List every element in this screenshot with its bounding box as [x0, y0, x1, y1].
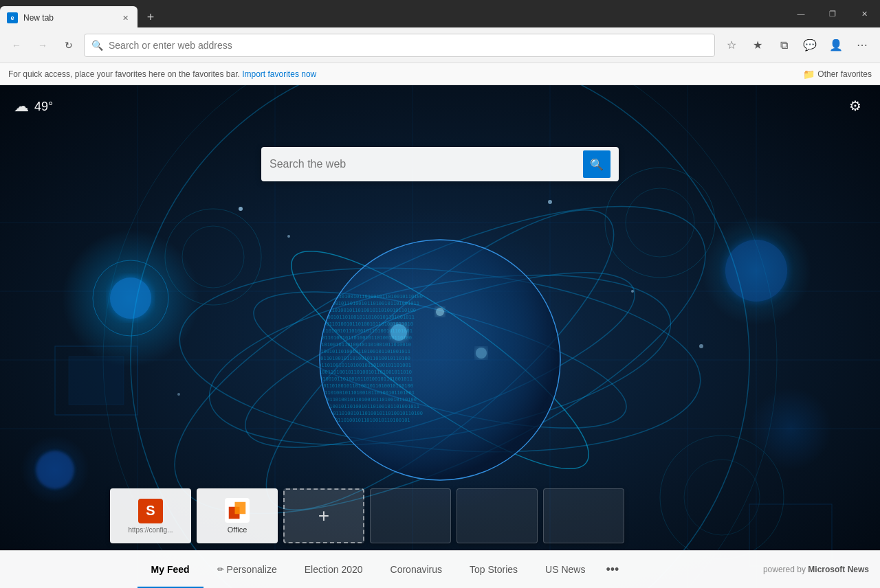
- forward-button[interactable]: →: [32, 34, 54, 56]
- svg-text:01101001011010010110100101: 01101001011010010110100101: [335, 418, 410, 423]
- svg-text:100110100101101001011010010110: 10011010010110100101101001011010: [319, 370, 412, 375]
- tab-top-stories-label: Top Stories: [470, 564, 518, 575]
- tab-more-button[interactable]: •••: [599, 557, 626, 583]
- svg-point-18: [749, 387, 832, 470]
- tab-personalize-label: Personalize: [227, 564, 277, 575]
- temperature: 49°: [34, 100, 53, 114]
- tab-my-feed[interactable]: My Feed: [138, 551, 204, 589]
- svg-point-59: [436, 308, 444, 316]
- new-tab-content: 10110100101101001011010010110100 0100101…: [0, 85, 880, 588]
- favorites-bar: For quick access, place your favorites h…: [0, 63, 880, 85]
- svg-point-57: [390, 324, 407, 341]
- svg-text:010010110100101101001011010010: 01001011010010110100101101001011: [320, 376, 412, 382]
- active-tab[interactable]: e New tab ✕: [0, 6, 138, 30]
- svg-text:010010110100101101001011010010: 01001011010010110100101101001011: [327, 301, 419, 306]
- svg-text:101101001011010010110100101101: 10110100101101001011010010110100: [324, 397, 417, 403]
- svg-rect-61: [69, 357, 124, 405]
- svg-text:101101001011010010110100101101: 10110100101101001011010010110100: [320, 383, 413, 389]
- title-bar: e New tab ✕ + — ❐ ✕: [0, 0, 880, 27]
- tab-strip: e New tab ✕ +: [0, 0, 785, 27]
- weather-icon: ☁: [14, 98, 29, 115]
- split-button[interactable]: ⧉: [771, 33, 796, 58]
- quick-link-empty-2: [456, 488, 538, 543]
- menu-button[interactable]: ⋯: [850, 33, 874, 58]
- search-button[interactable]: 🔍: [583, 150, 610, 178]
- other-favorites-label: Other favorites: [817, 69, 872, 79]
- tab-us-news-label: US News: [545, 564, 585, 575]
- ms-news-attribution: powered by Microsoft News: [763, 565, 880, 574]
- back-button[interactable]: ←: [6, 34, 28, 56]
- search-box: 🔍: [261, 147, 619, 181]
- import-favorites-link[interactable]: Import favorites now: [242, 69, 316, 79]
- svg-text:011010010110100101101001011010: 01101001011010010110100101101001: [322, 390, 415, 396]
- add-quick-link-button[interactable]: +: [283, 488, 364, 543]
- svg-point-58: [476, 348, 487, 359]
- add-icon: +: [311, 504, 336, 528]
- fav-bar-text: For quick access, place your favorites h…: [8, 69, 803, 79]
- svg-point-13: [110, 278, 151, 319]
- svg-text:101101001011010010110100101101: 10110100101101001011010010110100: [318, 356, 410, 361]
- toolbar-right: ☆ ★ ⧉ 💬 👤 ⋯: [719, 33, 874, 58]
- svg-text:010010110100101101001011010010: 01001011010010110100101101001011: [327, 404, 419, 409]
- svg-text:010010110100101101001011010010: 01001011010010110100101101001011: [322, 315, 415, 320]
- svg-point-67: [177, 393, 180, 396]
- svg-text:011010010110100101101001011010: 01101001011010010110100101101001: [318, 363, 411, 368]
- news-bar: My Feed ✏ Personalize Election 2020 Coro…: [0, 550, 880, 588]
- tab-election[interactable]: Election 2020: [291, 551, 377, 589]
- feedback-button[interactable]: 💬: [798, 33, 822, 58]
- svg-point-68: [699, 344, 703, 348]
- restore-button[interactable]: ❐: [817, 3, 848, 25]
- quick-link-empty-3: [543, 488, 624, 543]
- quick-link-0-icon: S: [138, 499, 163, 523]
- tab-coronavirus[interactable]: Coronavirus: [377, 551, 456, 589]
- tab-top-stories[interactable]: Top Stories: [456, 551, 531, 589]
- close-button[interactable]: ✕: [848, 3, 880, 25]
- tab-favicon: e: [7, 12, 18, 23]
- tab-us-news[interactable]: US News: [531, 551, 599, 589]
- refresh-button[interactable]: ↻: [58, 34, 80, 56]
- tab-election-label: Election 2020: [305, 564, 363, 575]
- collections-button[interactable]: ★: [745, 33, 770, 58]
- window-controls: — ❐ ✕: [785, 3, 880, 25]
- search-icon: 🔍: [91, 40, 103, 51]
- svg-text:110100101101001011010010110100: 11010010110100101101001011010010: [318, 342, 411, 348]
- address-input[interactable]: [109, 40, 707, 51]
- quick-link-1-icon: [225, 498, 250, 523]
- tab-title: New tab: [23, 13, 114, 23]
- address-bar[interactable]: 🔍: [84, 34, 715, 57]
- pencil-icon: ✏: [217, 565, 224, 574]
- quick-link-0-label: https://config...: [128, 526, 173, 534]
- svg-rect-70: [235, 502, 246, 514]
- quick-link-0[interactable]: S https://config...: [110, 488, 191, 543]
- nav-bar: ← → ↻ 🔍 ☆ ★ ⧉ 💬 👤 ⋯: [0, 27, 880, 63]
- tab-my-feed-label: My Feed: [151, 564, 190, 575]
- svg-point-63: [239, 207, 243, 211]
- quick-link-1-label: Office: [228, 525, 248, 534]
- svg-point-65: [548, 200, 552, 204]
- svg-point-17: [725, 240, 787, 302]
- quick-links: S https://config... Office +: [110, 488, 624, 543]
- search-container: 🔍: [261, 147, 619, 181]
- svg-text:101101001011010010110100101101: 10110100101101001011010010110100: [330, 294, 423, 299]
- tab-coronavirus-label: Coronavirus: [390, 564, 442, 575]
- quick-link-1[interactable]: Office: [197, 488, 278, 543]
- svg-point-64: [287, 235, 290, 238]
- svg-text:101101001011010010110100101101: 10110100101101001011010010110100: [323, 308, 416, 313]
- profile-button[interactable]: 👤: [824, 33, 848, 58]
- svg-point-66: [631, 290, 634, 293]
- svg-text:101101001011010010110100101101: 10110100101101001011010010110100: [330, 411, 423, 416]
- weather-widget: ☁ 49°: [14, 98, 53, 115]
- settings-button[interactable]: ⚙: [844, 95, 866, 117]
- minimize-button[interactable]: —: [785, 3, 817, 25]
- folder-icon: 📁: [803, 69, 815, 80]
- new-tab-button[interactable]: +: [140, 7, 161, 27]
- svg-point-15: [36, 451, 74, 489]
- search-input[interactable]: [270, 158, 578, 170]
- favorite-button[interactable]: ☆: [719, 33, 744, 58]
- tab-personalize[interactable]: ✏ Personalize: [204, 551, 291, 589]
- tab-close-button[interactable]: ✕: [120, 12, 131, 23]
- news-tabs: My Feed ✏ Personalize Election 2020 Coro…: [0, 551, 763, 589]
- svg-text:010010110100101101001011010010: 01001011010010110100101101001011: [318, 349, 410, 354]
- quick-link-empty-1: [370, 488, 451, 543]
- other-favorites-button[interactable]: 📁 Other favorites: [803, 69, 872, 80]
